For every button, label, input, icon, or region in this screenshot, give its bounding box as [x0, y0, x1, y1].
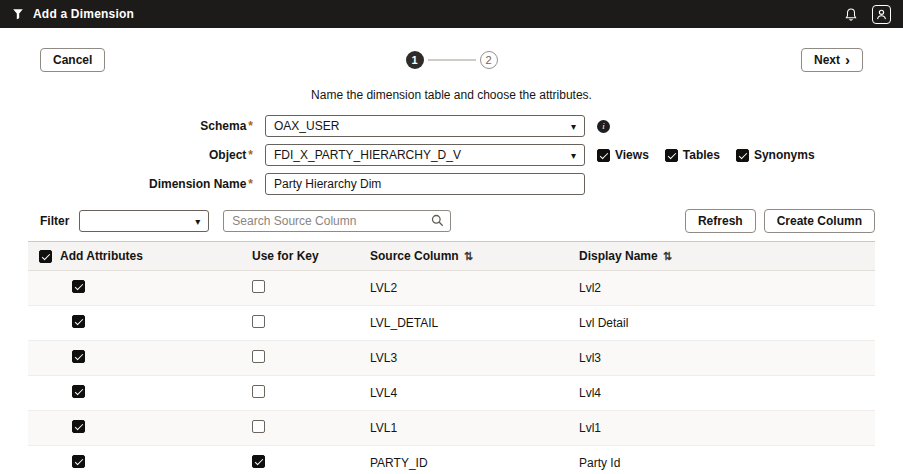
use-for-key-header: Use for Key: [252, 249, 370, 263]
wizard-steps: 1 2: [406, 51, 498, 69]
notifications-bell-icon[interactable]: [844, 7, 858, 22]
app-logo-icon: [12, 8, 24, 20]
required-marker: *: [248, 148, 253, 162]
chevron-down-icon: ▾: [571, 121, 576, 132]
row-add-attribute-checkbox[interactable]: [72, 315, 85, 328]
table-body: LVL2 Lvl2 LVL_DETAIL Lvl Detail LVL3 Lvl…: [28, 271, 875, 474]
tables-filter: Tables: [665, 148, 720, 162]
row-use-for-key-checkbox[interactable]: [252, 315, 265, 328]
object-select[interactable]: FDI_X_PARTY_HIERARCHY_D_V ▾: [265, 144, 585, 166]
views-label: Views: [615, 148, 649, 162]
row-display-name: Party Id: [579, 456, 875, 470]
search-wrap: [223, 210, 451, 232]
sort-icon[interactable]: ⇅: [464, 250, 473, 263]
table-toolbar: Filter ▾ Refresh Create Column: [28, 209, 875, 233]
table-row: LVL_DETAIL Lvl Detail: [28, 306, 875, 341]
row-add-attribute-checkbox[interactable]: [72, 385, 85, 398]
sort-icon[interactable]: ⇅: [663, 250, 672, 263]
row-add-attribute-checkbox[interactable]: [72, 420, 85, 433]
schema-select[interactable]: OAX_USER ▾: [265, 115, 585, 137]
row-source-column: LVL2: [370, 281, 579, 295]
chevron-down-icon: ▾: [571, 150, 576, 161]
table-header-row: Add Attributes Use for Key Source Column…: [28, 241, 875, 271]
row-use-for-key-checkbox[interactable]: [252, 350, 265, 363]
tables-label: Tables: [683, 148, 720, 162]
object-label: Object*: [0, 148, 265, 162]
object-select-value: FDI_X_PARTY_HIERARCHY_D_V: [274, 148, 461, 162]
source-column-header: Source Column: [370, 249, 459, 263]
chevron-down-icon: ▾: [195, 216, 200, 227]
row-source-column: LVL1: [370, 421, 579, 435]
object-row: Object* FDI_X_PARTY_HIERARCHY_D_V ▾ View…: [0, 144, 903, 166]
row-add-attribute-checkbox[interactable]: [72, 280, 85, 293]
user-avatar[interactable]: [872, 5, 891, 24]
info-icon[interactable]: i: [597, 120, 610, 133]
row-display-name: Lvl2: [579, 281, 875, 295]
row-display-name: Lvl4: [579, 386, 875, 400]
synonyms-filter: Synonyms: [736, 148, 815, 162]
create-column-button[interactable]: Create Column: [764, 209, 875, 233]
row-use-for-key-checkbox[interactable]: [252, 455, 265, 468]
wizard-step-connector: [428, 59, 476, 61]
top-bar: Add a Dimension: [0, 0, 903, 28]
row-use-for-key-checkbox[interactable]: [252, 280, 265, 293]
row-source-column: PARTY_ID: [370, 456, 579, 470]
next-button-label: Next: [814, 53, 840, 67]
row-display-name: Lvl3: [579, 351, 875, 365]
refresh-button[interactable]: Refresh: [685, 209, 756, 233]
row-source-column: LVL4: [370, 386, 579, 400]
add-attributes-header: Add Attributes: [60, 249, 143, 263]
row-source-column: LVL3: [370, 351, 579, 365]
row-use-for-key-checkbox[interactable]: [252, 385, 265, 398]
dimension-name-input[interactable]: [265, 173, 585, 195]
dimension-name-label: Dimension Name*: [0, 177, 265, 191]
wizard-bar: Cancel 1 2 Next ›: [0, 48, 903, 72]
search-source-column-input[interactable]: [223, 210, 451, 232]
select-all-checkbox[interactable]: [39, 250, 52, 263]
chevron-right-icon: ›: [845, 52, 850, 67]
page-title: Add a Dimension: [33, 7, 134, 21]
views-checkbox[interactable]: [597, 149, 610, 162]
next-button[interactable]: Next ›: [801, 48, 863, 72]
table-row: PARTY_ID Party Id: [28, 446, 875, 474]
attributes-table: Add Attributes Use for Key Source Column…: [28, 241, 875, 474]
wizard-step-1[interactable]: 1: [406, 51, 424, 69]
required-marker: *: [248, 119, 253, 133]
display-name-header: Display Name: [579, 249, 658, 263]
table-row: LVL1 Lvl1: [28, 411, 875, 446]
synonyms-label: Synonyms: [754, 148, 815, 162]
filter-label: Filter: [40, 214, 69, 228]
search-icon: [431, 214, 444, 230]
views-filter: Views: [597, 148, 649, 162]
required-marker: *: [248, 177, 253, 191]
instruction-text: Name the dimension table and choose the …: [0, 88, 903, 103]
dimension-name-row: Dimension Name*: [0, 173, 903, 195]
schema-row: Schema* OAX_USER ▾ i: [0, 115, 903, 137]
wizard-step-2[interactable]: 2: [480, 51, 498, 69]
schema-select-value: OAX_USER: [274, 119, 339, 133]
row-use-for-key-checkbox[interactable]: [252, 420, 265, 433]
filter-select[interactable]: ▾: [79, 210, 209, 232]
object-type-filters: Views Tables Synonyms: [597, 148, 815, 162]
dimension-form: Schema* OAX_USER ▾ i Object* FDI_X_PARTY…: [0, 115, 903, 195]
table-row: LVL2 Lvl2: [28, 271, 875, 306]
cancel-button[interactable]: Cancel: [40, 48, 105, 72]
row-add-attribute-checkbox[interactable]: [72, 350, 85, 363]
row-display-name: Lvl Detail: [579, 316, 875, 330]
synonyms-checkbox[interactable]: [736, 149, 749, 162]
row-add-attribute-checkbox[interactable]: [72, 455, 85, 468]
table-row: LVL4 Lvl4: [28, 376, 875, 411]
tables-checkbox[interactable]: [665, 149, 678, 162]
row-display-name: Lvl1: [579, 421, 875, 435]
table-row: LVL3 Lvl3: [28, 341, 875, 376]
schema-label: Schema*: [0, 119, 265, 133]
row-source-column: LVL_DETAIL: [370, 316, 579, 330]
